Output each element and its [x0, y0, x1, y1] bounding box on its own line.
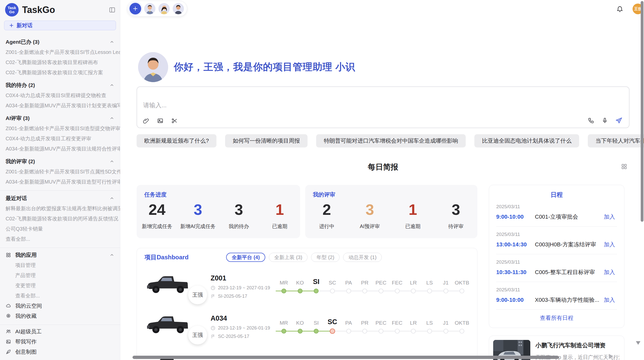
- view-all-schedule-link[interactable]: 查看所有日程: [489, 310, 624, 322]
- new-chat-button[interactable]: 新对话: [4, 21, 116, 30]
- join-link[interactable]: 加入: [604, 296, 617, 304]
- sidebar-item-write-helper[interactable]: 帮我写作: [0, 337, 120, 347]
- new-chat-label: 新对话: [17, 22, 33, 29]
- project-row[interactable]: 王强 A034 2023-12-19 ~ 2026-01-19 SC-2025-…: [137, 307, 477, 347]
- chat-composer: [137, 86, 630, 128]
- avatar[interactable]: [173, 3, 184, 14]
- image-icon[interactable]: [157, 117, 164, 124]
- suggestion-chip[interactable]: 特朗普可能对进口汽车增税会对中国车企造成哪些影响: [316, 134, 466, 147]
- section-my-todo[interactable]: 我的待办 (2): [0, 80, 120, 90]
- vertical-scrollbar[interactable]: [641, 1, 643, 222]
- view-all-link[interactable]: 查看全部...: [0, 234, 120, 244]
- suggestion-chip[interactable]: 欧洲新规最近颁布了什么?: [137, 134, 216, 147]
- stat-value: 3: [348, 201, 391, 219]
- stat-value: 2: [305, 201, 348, 219]
- chevron-up-icon[interactable]: [109, 196, 114, 201]
- sidebar-item-product-mgmt[interactable]: 产品管理: [0, 270, 120, 280]
- list-item[interactable]: Z001-全新燃油皮卡产品开发项目SI节点Lesson Learn报告: [0, 47, 120, 57]
- chevron-up-icon[interactable]: [109, 252, 114, 258]
- horizontal-scrollbar[interactable]: [133, 356, 559, 359]
- add-agent-button[interactable]: [129, 3, 141, 14]
- sidebar-item-project-mgmt[interactable]: 项目管理: [0, 260, 120, 270]
- list-item[interactable]: A034-全新新能源MUV产品开发项目计划变更表编写: [0, 100, 120, 111]
- list-item[interactable]: C02-飞腾新能源轻客改款项目里程碑画布: [0, 57, 120, 67]
- milestone-station: PA: [341, 317, 357, 337]
- chevron-up-icon[interactable]: [109, 159, 114, 164]
- milestone-label: J1: [438, 317, 454, 326]
- divider: [0, 190, 120, 191]
- list-item[interactable]: C0X4-动力总成开发项目SI里程碑提交物检查: [0, 90, 120, 100]
- layout-grid-icon[interactable]: [621, 163, 627, 170]
- chat-input[interactable]: [143, 102, 448, 109]
- stat-item: 3 AI预评审: [348, 201, 391, 230]
- stat-label: 待评审: [434, 223, 477, 230]
- owner-badge: 王强: [188, 326, 207, 344]
- section-ai-review[interactable]: AI评审 (3): [0, 113, 120, 123]
- phone-icon[interactable]: [588, 117, 594, 124]
- filter-chip-powertrain[interactable]: 动总开发 (1): [343, 253, 382, 262]
- list-item[interactable]: C02-飞腾新能源轻客改款项目的闭环通告反馈情况: [0, 214, 120, 224]
- section-my-review[interactable]: 我的评审 (2): [0, 156, 120, 167]
- join-link[interactable]: 加入: [604, 241, 617, 248]
- list-item[interactable]: A034-全新新能源MUV产品开发项目法规符合性评审: [0, 144, 120, 154]
- sidebar-item-favorites[interactable]: 我的收藏: [0, 311, 120, 321]
- list-item[interactable]: Z001-全新燃油轻卡产品开发项目SI节点属性5D文件评审: [0, 167, 120, 177]
- event-name: C003|H0B-方案冻结评审: [535, 241, 604, 248]
- composer-left-tools: [143, 117, 178, 124]
- send-icon[interactable]: [615, 117, 622, 124]
- scroll-down-arrow-icon[interactable]: [636, 341, 640, 345]
- milestone-dot: [411, 289, 416, 293]
- filter-chip-platform[interactable]: 全新平台 (4): [226, 253, 265, 262]
- milestone-dot: [427, 289, 432, 293]
- project-row[interactable]: 王强 Z001 2023-12-19 ~ 2027-01-19 SI-2025-…: [137, 266, 477, 307]
- microphone-icon[interactable]: [602, 117, 608, 124]
- project-milestone-date: SI-2025-05-17: [218, 294, 247, 299]
- filter-chip-body[interactable]: 全新上装 (3): [269, 253, 308, 262]
- milestone-dot: [460, 289, 464, 293]
- suggestion-chip[interactable]: 比亚迪全固态电池计划具体说了什么: [474, 134, 579, 147]
- suggestion-chip[interactable]: 如何写一份清晰的项目周报: [225, 134, 308, 147]
- sidebar-collapse-icon[interactable]: [109, 7, 115, 13]
- schedule-event: 2025/03/11 13:00-14:30 C003|H0B-方案冻结评审 加…: [496, 227, 617, 254]
- milestone-label: FEC: [389, 277, 405, 286]
- sidebar-item-creative-draw[interactable]: 创意制图: [0, 347, 120, 357]
- scissors-icon[interactable]: [171, 117, 178, 124]
- chevron-up-icon[interactable]: [109, 116, 114, 121]
- chevron-up-icon[interactable]: [109, 83, 114, 88]
- suggestion-chip[interactable]: 当下年轻人对汽车外观有怎样的喜好趋势: [588, 134, 644, 147]
- notification-bell-icon[interactable]: [616, 5, 623, 12]
- section-agent-done[interactable]: Agent已办 (3): [0, 37, 120, 47]
- paperclip-icon[interactable]: [143, 117, 149, 124]
- sidebar-item-ai-staff[interactable]: AI超级员工: [0, 326, 120, 337]
- event-time: 9:00-10:00: [496, 214, 535, 220]
- milestone-dot: [443, 329, 448, 334]
- list-item[interactable]: A034-全新新能源MUV产品开发项目造型可行性评审: [0, 177, 120, 187]
- scroll-right-arrow-icon[interactable]: [609, 354, 613, 359]
- milestone-dot: [346, 329, 351, 334]
- section-recent-chats[interactable]: 最近对话: [0, 193, 120, 203]
- join-link[interactable]: 加入: [604, 213, 617, 221]
- chevron-up-icon[interactable]: [109, 39, 114, 44]
- stat-label: 新增完成任务: [137, 223, 178, 230]
- sidebar-item-cloud-space[interactable]: 我的云空间: [0, 301, 120, 311]
- list-item[interactable]: C0X4-动力总成开发项目工程变更评审: [0, 133, 120, 144]
- filter-chip-model-year[interactable]: 年型 (2): [311, 253, 340, 262]
- section-my-apps[interactable]: 我的应用: [0, 250, 120, 260]
- sidebar-item-change-mgmt[interactable]: 变更管理: [0, 280, 120, 291]
- join-link[interactable]: 加入: [604, 268, 617, 276]
- list-item[interactable]: C02-飞腾新能源轻客改款项目立项汇报方案: [0, 67, 120, 78]
- section-title: AI评审 (3): [6, 115, 109, 122]
- milestone-dot: [395, 289, 400, 293]
- milestone-station: J1: [438, 277, 454, 296]
- greeting-text: 你好，王强，我是你的项目管理助理 小识: [174, 61, 355, 73]
- stat-item: 3 我的待办: [218, 201, 259, 230]
- list-item[interactable]: 解释最新出台的欧盟报废车法规再生塑料比例被调至15%...: [0, 203, 120, 214]
- milestone-dot: [378, 329, 383, 334]
- list-item[interactable]: 公司Q3轻卡销量: [0, 224, 120, 234]
- milestone-label: OKTB: [454, 317, 470, 326]
- milestone-station: FEC: [389, 277, 405, 296]
- avatar[interactable]: [158, 3, 170, 14]
- list-item[interactable]: Z001-全新燃油轻卡产品开发项目SI造型提交物评审: [0, 123, 120, 133]
- view-all-link[interactable]: 查看全部...: [0, 291, 120, 301]
- avatar[interactable]: [144, 3, 155, 14]
